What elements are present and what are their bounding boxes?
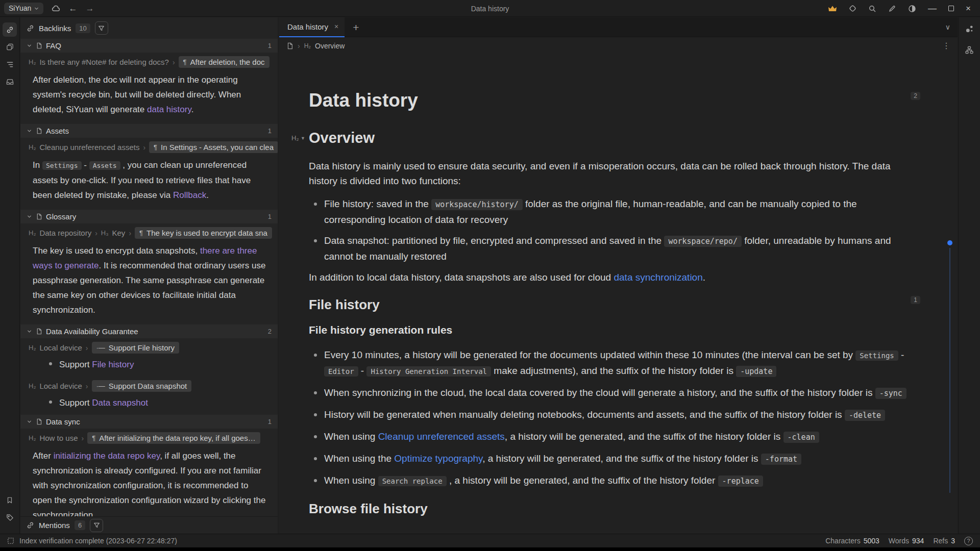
- chevron-down-icon[interactable]: [27, 43, 32, 48]
- breadcrumb-row[interactable]: H₂ Cleanup unreferenced assets › ¶ In Se…: [20, 138, 278, 155]
- inline-link[interactable]: Cleanup unreferenced assets: [378, 431, 505, 442]
- section-header-data-availability[interactable]: Data Availability Guarantee 2: [20, 324, 278, 338]
- dock-inbox-button[interactable]: [3, 74, 17, 89]
- paragraph[interactable]: In addition to local data history, data …: [309, 270, 914, 285]
- mentions-bar[interactable]: Mentions 6: [20, 516, 278, 534]
- status-counters: Characters 5003 Words 934 Refs 3 ?: [825, 537, 973, 545]
- heading-gutter[interactable]: H₂ ▼: [291, 134, 305, 142]
- ref-count-badge[interactable]: 2: [911, 92, 920, 100]
- collapse-arrow-icon[interactable]: ▼: [301, 136, 305, 141]
- breadcrumb-row[interactable]: H₂ Data repository › H₃ Key › ¶ The key …: [20, 223, 278, 241]
- mentions-filter-button[interactable]: [90, 519, 103, 532]
- tab-list-button[interactable]: ∨: [945, 23, 958, 31]
- section-title: Assets: [46, 127, 69, 135]
- paragraph[interactable]: Data history is mainly used to ensure da…: [309, 159, 914, 188]
- crumb-text[interactable]: Key: [112, 229, 126, 237]
- more-options-button[interactable]: ⋮: [942, 41, 950, 51]
- crumb-chip[interactable]: ¶ The key is used to encrypt data sna: [135, 227, 272, 239]
- tab-close-icon[interactable]: ×: [334, 22, 338, 31]
- inline-link[interactable]: File history: [92, 360, 134, 369]
- crumb-text[interactable]: Local device: [39, 382, 82, 390]
- crumb-text[interactable]: How to use: [39, 434, 78, 442]
- section-header-data-sync[interactable]: Data sync 1: [20, 415, 278, 429]
- breadcrumb-row[interactable]: H₂ Is there any #Note# for deleting docs…: [20, 53, 278, 70]
- section-header-faq[interactable]: FAQ 1: [20, 39, 278, 53]
- section-header-assets[interactable]: Assets 1: [20, 124, 278, 138]
- backlinks-filter-button[interactable]: [95, 21, 108, 35]
- crumb-chip[interactable]: ¶ In Settings - Assets, you can clea: [149, 141, 278, 153]
- heading-browse-file-history[interactable]: Browse file history: [309, 501, 914, 517]
- inline-link[interactable]: initializing the data repo key: [54, 451, 160, 461]
- bullet-list-item[interactable]: File history: saved in the workspace/his…: [309, 196, 914, 227]
- chevron-right-icon: ›: [143, 143, 145, 152]
- crumb-text[interactable]: Cleanup unreferenced assets: [39, 143, 139, 152]
- heading-file-history[interactable]: File history: [309, 297, 914, 313]
- minimize-button[interactable]: —: [928, 4, 937, 13]
- new-tab-button[interactable]: +: [345, 22, 367, 33]
- crown-icon[interactable]: [828, 5, 837, 12]
- dock-tag-button[interactable]: [3, 510, 17, 524]
- chevron-down-icon[interactable]: [27, 329, 32, 334]
- inline-link[interactable]: data synchronization: [614, 272, 702, 283]
- chevron-down-icon[interactable]: [27, 419, 32, 424]
- section-header-glossary[interactable]: Glossary 1: [20, 210, 278, 223]
- crumb-chip[interactable]: ¶ After deletion, the doc: [179, 56, 270, 68]
- document-content[interactable]: Data history 2 H₂ ▼ Overview Data histor…: [279, 54, 958, 534]
- crumb-text[interactable]: Data repository: [39, 229, 91, 237]
- crumb-chip[interactable]: ·— Support File history: [92, 342, 180, 354]
- dock-bookmark-button[interactable]: [3, 493, 17, 507]
- inline-link[interactable]: Data snapshot: [92, 398, 148, 408]
- dock-flashcard-button[interactable]: [3, 40, 17, 54]
- crumb-chip[interactable]: ·— Support Data snapshot: [92, 380, 192, 392]
- breadcrumb-row[interactable]: H₂ How to use › ¶ After initializing the…: [20, 429, 278, 446]
- bullet-list-item[interactable]: Data snapshot: partitioned by file, encr…: [309, 233, 914, 264]
- bullet-list-item[interactable]: Every 10 minutes, a history will be gene…: [309, 347, 914, 379]
- backlink-list-item[interactable]: Support File history: [20, 356, 278, 377]
- breadcrumb-row[interactable]: H₂ Local device › ·— Support Data snapsh…: [20, 377, 278, 394]
- backlink-list-item[interactable]: Support Data snapshot: [20, 394, 278, 415]
- backlink-excerpt[interactable]: After deletion, the doc will not appear …: [20, 70, 278, 124]
- bullet-list-item[interactable]: When using Cleanup unreferenced assets, …: [309, 429, 914, 445]
- bullet-list-item[interactable]: When synchronizing in the cloud, the loc…: [309, 385, 914, 401]
- document-icon[interactable]: [286, 42, 293, 49]
- bullet-list-item[interactable]: History will be generated when manually …: [309, 407, 914, 423]
- search-icon[interactable]: [868, 5, 876, 13]
- dock-outline-button[interactable]: [3, 57, 17, 71]
- maximize-button[interactable]: [948, 4, 954, 13]
- cloud-sync-icon[interactable]: [52, 4, 60, 13]
- edit-pencil-icon[interactable]: [888, 5, 896, 13]
- theme-contrast-icon[interactable]: [908, 5, 916, 13]
- heading-generation-rules[interactable]: File history generation rules: [309, 324, 914, 336]
- forward-button[interactable]: →: [85, 4, 94, 13]
- ref-count-badge[interactable]: 1: [911, 296, 920, 304]
- backlink-excerpt[interactable]: After initializing the data repo key, if…: [20, 446, 278, 516]
- help-icon[interactable]: ?: [964, 537, 973, 545]
- crumb-text[interactable]: Is there any #Note# for deleting docs?: [39, 58, 169, 66]
- bullet-list-item[interactable]: When using the Optimize typography, a hi…: [309, 451, 914, 467]
- section-title: Glossary: [46, 212, 76, 221]
- backlink-excerpt[interactable]: In Settings - Assets , you can clean up …: [20, 155, 278, 210]
- scroll-indicator-dot[interactable]: [947, 240, 952, 245]
- doc-title[interactable]: Data history: [309, 90, 914, 111]
- dock-flowchart-button[interactable]: [962, 43, 976, 57]
- heading-overview[interactable]: Overview: [309, 130, 375, 146]
- back-button[interactable]: ←: [68, 4, 77, 13]
- bullet-list-item[interactable]: When using Search replace , a history wi…: [309, 473, 914, 489]
- app-menu-button[interactable]: SiYuan: [4, 3, 43, 14]
- inline-link[interactable]: Optimize typography: [394, 453, 482, 464]
- chevron-down-icon[interactable]: [27, 128, 32, 134]
- inline-link[interactable]: Rollback: [173, 190, 206, 200]
- chevron-down-icon[interactable]: [27, 214, 32, 219]
- dock-graph-button[interactable]: [962, 21, 976, 36]
- breadcrumb-row[interactable]: H₂ Local device › ·— Support File histor…: [20, 338, 278, 356]
- scroll-indicator-line[interactable]: [949, 248, 950, 493]
- inline-link[interactable]: data history: [147, 105, 191, 114]
- close-button[interactable]: ×: [966, 4, 971, 13]
- backlink-excerpt[interactable]: The key is used to encrypt data snapshot…: [20, 241, 278, 324]
- marketplace-seal-icon[interactable]: [849, 5, 856, 12]
- crumb-text[interactable]: Local device: [39, 343, 82, 352]
- breadcrumb-label[interactable]: Overview: [315, 42, 345, 50]
- dock-backlinks-button[interactable]: [3, 22, 17, 37]
- crumb-chip[interactable]: ¶ After initializing the data repo key, …: [87, 432, 260, 444]
- tab-data-history[interactable]: Data history ×: [279, 17, 345, 37]
